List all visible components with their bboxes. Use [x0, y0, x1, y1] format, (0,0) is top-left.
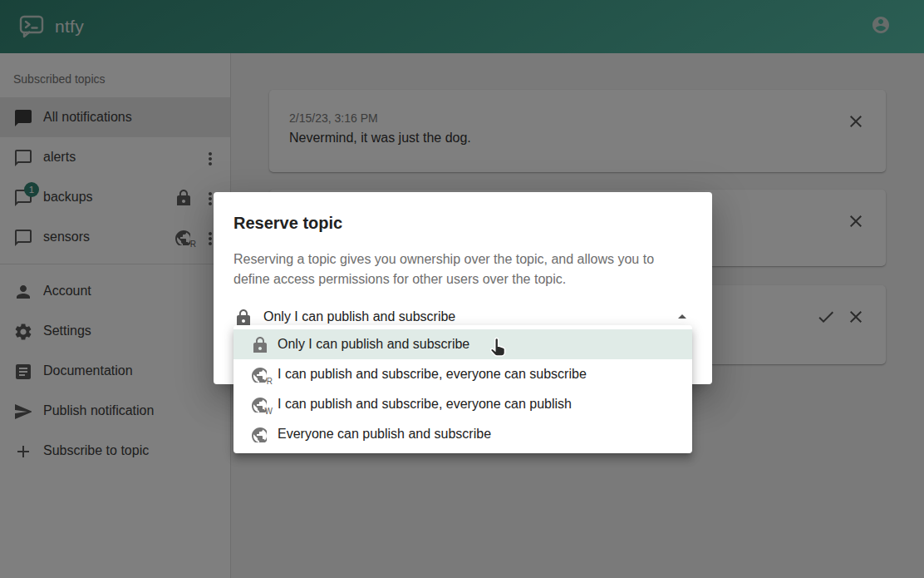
globe-write-icon: W: [250, 396, 267, 413]
dialog-title: Reserve topic: [233, 211, 692, 235]
menu-option-everyone-read-write[interactable]: Everyone can publish and subscribe: [233, 419, 692, 449]
globe-read-icon: R: [250, 366, 267, 383]
menu-option-label: I can publish and subscribe, everyone ca…: [278, 397, 572, 412]
lock-icon: [233, 309, 250, 325]
menu-option-label: I can publish and subscribe, everyone ca…: [278, 367, 587, 382]
menu-option-only-me[interactable]: Only I can publish and subscribe: [233, 329, 692, 359]
globe-icon: [250, 426, 267, 442]
menu-option-everyone-read[interactable]: R I can publish and subscribe, everyone …: [233, 359, 692, 389]
dropdown-arrow-up-icon: [672, 307, 692, 327]
menu-option-label: Only I can publish and subscribe: [278, 337, 469, 352]
menu-option-label: Everyone can publish and subscribe: [278, 427, 491, 442]
menu-option-everyone-write[interactable]: W I can publish and subscribe, everyone …: [233, 389, 692, 419]
access-permission-menu: Only I can publish and subscribe R I can…: [233, 325, 692, 453]
lock-icon: [250, 336, 267, 353]
dialog-description: Reserving a topic gives you ownership ov…: [233, 249, 692, 289]
select-value: Only I can publish and subscribe: [263, 309, 672, 324]
